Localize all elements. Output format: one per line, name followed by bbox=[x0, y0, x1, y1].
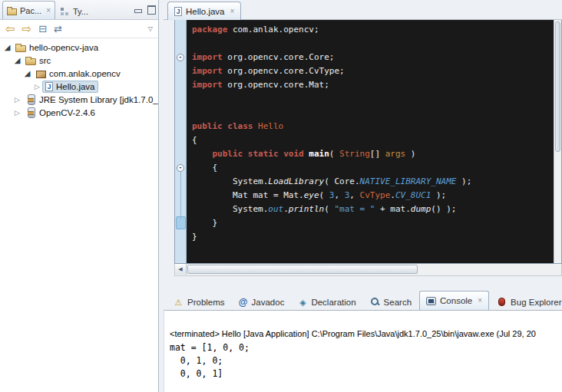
code-line[interactable]: public class Hello bbox=[192, 120, 554, 133]
console-icon bbox=[426, 297, 436, 305]
tab-javadoc[interactable]: @Javadoc bbox=[233, 294, 291, 310]
code-line[interactable] bbox=[192, 92, 554, 106]
bottom-tab-label: Bug Explorer bbox=[511, 298, 561, 307]
console-header: <terminated> Hello [Java Application] C:… bbox=[170, 329, 562, 338]
problems-icon: ⚠ bbox=[174, 298, 183, 307]
code-line[interactable]: System.out.println( "mat = " + mat.dump(… bbox=[192, 203, 554, 216]
fold-collapse-icon[interactable]: - bbox=[177, 164, 184, 172]
code-line[interactable]: import org.opencv.core.Mat; bbox=[192, 78, 554, 92]
view-stack-buttons bbox=[134, 5, 155, 13]
tree-item-body[interactable]: src bbox=[22, 54, 54, 67]
close-icon[interactable]: × bbox=[46, 7, 51, 15]
code-line[interactable]: public static void main( String[] args ) bbox=[192, 147, 554, 161]
tree-item-label: JRE System Library [jdk1.7.0_25] bbox=[39, 95, 158, 104]
library-icon bbox=[25, 94, 36, 104]
tree-item[interactable]: ▷OpenCV-2.4.6 bbox=[0, 106, 158, 119]
expand-arrow-icon[interactable]: ▷ bbox=[32, 83, 42, 91]
expand-arrow-icon[interactable]: ▷ bbox=[12, 109, 22, 117]
tree-item[interactable]: ▷JRE System Library [jdk1.7.0_25] bbox=[0, 93, 158, 106]
tree-item-body[interactable]: com.anlak.opencv bbox=[32, 68, 124, 80]
back-icon[interactable]: ⇦ bbox=[5, 24, 15, 35]
java-file-icon bbox=[174, 7, 182, 16]
tab-problems[interactable]: ⚠Problems bbox=[167, 294, 231, 310]
bug-icon bbox=[498, 298, 505, 306]
package-icon bbox=[35, 68, 46, 78]
view-tab-label: Ty... bbox=[73, 7, 88, 16]
code-line[interactable]: System.LoadLibrary( Core.NATIVE_LIBRARY_… bbox=[192, 175, 554, 189]
bottom-panel: ⚠Problems@Javadoc◈DeclarationSearchConso… bbox=[164, 290, 562, 392]
tree-item-body[interactable]: JRE System Library [jdk1.7.0_25] bbox=[22, 94, 158, 106]
link-with-editor-icon[interactable]: ⇄ bbox=[54, 24, 62, 35]
fold-gutter[interactable]: -- bbox=[175, 20, 187, 263]
code-line[interactable]: { bbox=[192, 161, 554, 175]
library-icon bbox=[25, 107, 36, 117]
scroll-thumb[interactable] bbox=[555, 21, 560, 152]
scroll-thumb[interactable] bbox=[187, 265, 418, 274]
tab-declaration[interactable]: ◈Declaration bbox=[292, 294, 362, 310]
expand-arrow-icon[interactable]: ▷ bbox=[12, 96, 22, 104]
collapse-arrow-icon[interactable]: ◢ bbox=[2, 43, 12, 51]
tree-item[interactable]: ◢src bbox=[0, 54, 158, 67]
fold-collapse-icon[interactable]: - bbox=[177, 54, 184, 61]
tree-item[interactable]: ◢com.anlak.opencv bbox=[0, 67, 158, 80]
bottom-tab-label: Console bbox=[440, 296, 472, 305]
close-icon[interactable]: × bbox=[478, 297, 482, 305]
console-view[interactable]: <terminated> Hello [Java Application] C:… bbox=[164, 310, 562, 392]
view-menu-icon[interactable]: ▽ bbox=[148, 24, 153, 35]
tree-item[interactable]: ▷Hello.java bbox=[0, 80, 158, 93]
code-line[interactable]: import org.opencv.core.Core; bbox=[192, 51, 554, 64]
tab-console[interactable]: Console× bbox=[419, 291, 489, 310]
fold-scope-line bbox=[180, 172, 181, 219]
editor-tab-label: Hello.java bbox=[186, 7, 225, 16]
code-line[interactable] bbox=[192, 37, 554, 51]
view-tabbar: Pac...×Ty... bbox=[0, 0, 158, 20]
code-line[interactable] bbox=[192, 106, 554, 120]
tab-search[interactable]: Search bbox=[364, 294, 418, 310]
bottom-tab-label: Search bbox=[384, 298, 412, 307]
declaration-icon: ◈ bbox=[298, 298, 307, 307]
view-toolbar: ⇦⇨⊟⇄▽ bbox=[0, 20, 158, 38]
tree-item-body[interactable]: Hello.java bbox=[42, 81, 98, 93]
tree-item-label: hello-opencv-java bbox=[29, 43, 98, 52]
search-icon bbox=[370, 297, 380, 307]
editor-tabbar: Hello.java × bbox=[164, 0, 562, 20]
collapse-all-icon[interactable]: ⊟ bbox=[38, 24, 47, 35]
vertical-scrollbar[interactable] bbox=[554, 20, 561, 263]
code-line[interactable]: { bbox=[192, 133, 554, 147]
view-tab-type-hierarchy[interactable]: Ty... bbox=[56, 4, 92, 19]
collapse-arrow-icon[interactable]: ◢ bbox=[12, 56, 22, 64]
code-line[interactable]: package com.anlak.opencv; bbox=[192, 23, 554, 37]
maximize-icon[interactable] bbox=[147, 5, 155, 13]
code-line[interactable]: import org.opencv.core.CvType; bbox=[192, 64, 554, 78]
bottom-tabbar: ⚠Problems@Javadoc◈DeclarationSearchConso… bbox=[164, 290, 562, 310]
tree-item-label: src bbox=[39, 56, 51, 65]
tree-item-body[interactable]: hello-opencv-java bbox=[12, 41, 101, 54]
tree-item-label: Hello.java bbox=[56, 82, 95, 91]
javadoc-icon: @ bbox=[239, 298, 248, 307]
scroll-left-icon[interactable]: ◀ bbox=[175, 264, 187, 275]
bottom-tab-label: Problems bbox=[187, 298, 225, 307]
java-file-icon bbox=[45, 82, 53, 91]
console-output: mat = [1, 0, 0; 0, 1, 0; 0, 0, 1] bbox=[170, 341, 562, 380]
horizontal-scrollbar[interactable]: ◀ bbox=[174, 264, 562, 276]
editor-body[interactable]: -- package com.anlak.opencv;import org.o… bbox=[174, 20, 562, 264]
editor-tab-hello-java[interactable]: Hello.java × bbox=[167, 2, 241, 20]
tab-bug-explorer[interactable]: Bug Explorer bbox=[491, 294, 562, 310]
bottom-tab-label: Javadoc bbox=[252, 298, 285, 307]
eclipse-window: { "left_panel": { "tabs": [ {"label": "P… bbox=[0, 0, 562, 392]
code-line[interactable]: } bbox=[192, 216, 554, 230]
tree-item-body[interactable]: OpenCV-2.4.6 bbox=[22, 107, 98, 119]
tree-item[interactable]: ◢hello-opencv-java bbox=[0, 41, 158, 54]
code-line[interactable]: Mat mat = Mat.eye( 3, 3, CvType.CV_8UC1 … bbox=[192, 189, 554, 203]
package-explorer-panel: Pac...×Ty... ⇦⇨⊟⇄▽ ◢hello-opencv-java◢sr… bbox=[0, 0, 159, 392]
code-line[interactable]: } bbox=[192, 230, 554, 244]
forward-icon[interactable]: ⇨ bbox=[22, 24, 32, 35]
minimize-icon[interactable] bbox=[134, 5, 142, 13]
close-icon[interactable]: × bbox=[230, 8, 235, 15]
type-hierarchy-icon bbox=[60, 7, 70, 16]
package-explorer-icon bbox=[7, 6, 17, 15]
bottom-tab-label: Declaration bbox=[311, 298, 355, 307]
view-tab-package-explorer[interactable]: Pac...× bbox=[2, 1, 55, 19]
code-area[interactable]: package com.anlak.opencv;import org.open… bbox=[187, 20, 554, 263]
collapse-arrow-icon[interactable]: ◢ bbox=[22, 69, 32, 77]
